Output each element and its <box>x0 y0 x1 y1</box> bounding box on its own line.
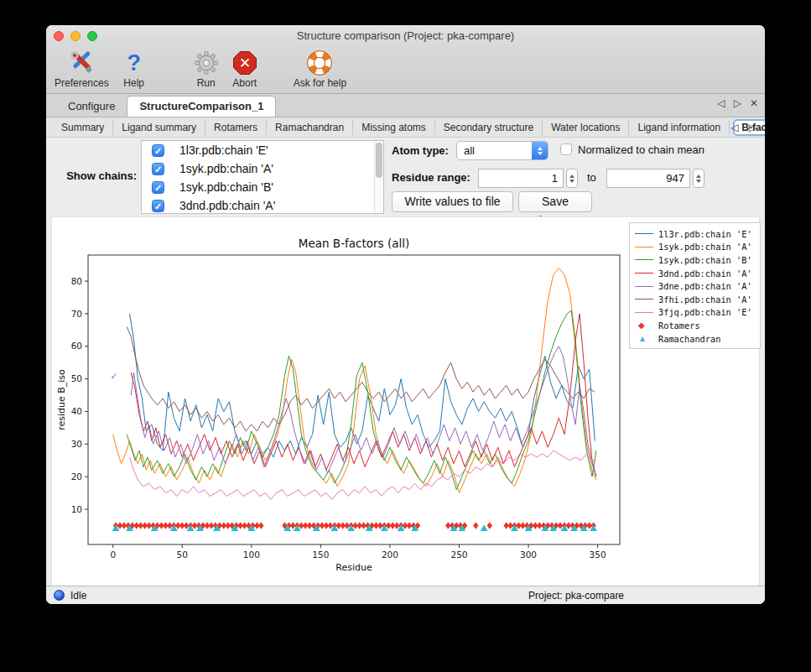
chain-list-item[interactable]: ✓1l3r.pdb:chain 'E' <box>142 141 383 159</box>
traffic-lights <box>54 31 97 41</box>
svg-text:50: 50 <box>71 373 82 383</box>
app-window: Structure comparison (Project: pka-compa… <box>46 25 765 604</box>
tab-structurecomparison_1[interactable]: StructureComparison_1 <box>127 96 276 117</box>
legend-entry: 1syk.pdb:chain 'B' <box>635 253 755 267</box>
chain-list-item[interactable]: ✓3dnd.pdb:chain 'A' <box>142 196 383 214</box>
svg-text:60: 60 <box>71 341 82 351</box>
legend-label: 3fjq.pdb:chain 'E' <box>658 307 752 317</box>
legend-line-swatch <box>635 312 653 313</box>
subtab-ligand-information[interactable]: Ligand information <box>629 120 730 135</box>
normalized-checkbox[interactable] <box>560 143 572 155</box>
legend-label: 1syk.pdb:chain 'A' <box>658 242 752 252</box>
chain-checkbox[interactable]: ✓ <box>152 200 164 212</box>
subtab-secondary-structure[interactable]: Secondary structure <box>435 120 543 135</box>
subtab-rotamers[interactable]: Rotamers <box>205 120 267 135</box>
toolbar-item-label: Ask for help <box>294 77 346 89</box>
rotamers-marker-icon: ◆ <box>638 321 645 330</box>
legend-entry: 1l3r.pdb:chain 'E' <box>635 227 755 241</box>
subtab-water-locations[interactable]: Water locations <box>543 120 629 135</box>
svg-text:0: 0 <box>110 550 116 560</box>
project-label: Project: pka-compare <box>528 590 624 602</box>
range-to-stepper[interactable] <box>693 169 704 188</box>
range-to-input[interactable]: 947 <box>606 169 690 188</box>
atom-type-select[interactable]: all <box>456 141 548 160</box>
chain-checkbox[interactable]: ✓ <box>152 144 164 157</box>
toolbar-item-label: Preferences <box>55 77 109 89</box>
scrollbar-thumb[interactable] <box>376 143 382 178</box>
subtab-ligand-summary[interactable]: Ligand summary <box>113 120 205 135</box>
legend-line-swatch <box>635 299 653 300</box>
title-bar[interactable]: Structure comparison (Project: pka-compa… <box>46 25 765 46</box>
abort-icon: ✕ <box>231 49 258 76</box>
close-window-button[interactable] <box>54 31 64 41</box>
legend-label: 1l3r.pdb:chain 'E' <box>658 229 752 239</box>
y-axis-label: residue B_iso <box>56 369 67 430</box>
chain-checkbox[interactable]: ✓ <box>152 181 164 194</box>
subtab-bar: SummaryLigand summaryRotamersRamachandra… <box>46 117 765 138</box>
svg-text:20: 20 <box>71 471 82 482</box>
subtab-missing-atoms[interactable]: Missing atoms <box>353 120 435 135</box>
legend-entry: 1syk.pdb:chain 'A' <box>635 241 755 254</box>
x-axis-label: Residue <box>335 562 372 573</box>
svg-text:10: 10 <box>71 504 82 514</box>
tab-prev-icon[interactable]: ◁ <box>717 97 725 109</box>
gear-icon <box>193 49 220 76</box>
chart-legend: 1l3r.pdb:chain 'E'1syk.pdb:chain 'A'1syk… <box>629 222 761 349</box>
write-values-button[interactable]: Write values to file <box>392 191 513 212</box>
chain-label: 1syk.pdb:chain 'B' <box>179 180 273 194</box>
chain-label: 1l3r.pdb:chain 'E' <box>179 143 268 157</box>
subtab-prev-icon[interactable]: ◁ <box>731 122 739 133</box>
legend-line-swatch <box>635 233 653 234</box>
preferences-button[interactable]: Preferences <box>55 49 109 89</box>
bfactor-plot: Mean B-factors (all)05010015020025030035… <box>55 229 626 575</box>
chain-list[interactable]: ✓1l3r.pdb:chain 'E'✓1syk.pdb:chain 'A'✓1… <box>141 140 384 214</box>
range-from-stepper[interactable] <box>566 169 578 188</box>
chain-list-scrollbar[interactable] <box>374 141 383 213</box>
status-text: Idle <box>70 590 86 602</box>
run-button[interactable]: Run <box>193 49 220 89</box>
select-stepper-icon <box>532 142 548 159</box>
normalized-label: Normalized to chain mean <box>578 143 704 156</box>
legend-line-swatch <box>635 247 653 247</box>
save-image-button[interactable]: Save image <box>518 191 592 212</box>
minimize-window-button[interactable] <box>70 31 81 41</box>
legend-entry: 3fhi.pdb:chain 'A' <box>635 293 755 306</box>
tab-next-icon[interactable]: ▷ <box>734 97 741 109</box>
chain-label: 1syk.pdb:chain 'A' <box>179 162 273 175</box>
atom-type-value: all <box>457 144 532 157</box>
legend-label: Ramachandran <box>658 334 720 344</box>
legend-line-swatch <box>635 286 653 287</box>
svg-text:350: 350 <box>590 550 606 560</box>
question-icon: ? <box>121 49 148 76</box>
status-indicator-icon <box>54 590 65 601</box>
chart-annotation: ✓ <box>110 371 117 382</box>
svg-text:250: 250 <box>450 550 467 560</box>
chain-list-item[interactable]: ✓1syk.pdb:chain 'A' <box>142 159 383 178</box>
tab-configure[interactable]: Configure <box>56 96 127 117</box>
show-chains-label: Show chains: <box>53 169 137 182</box>
legend-label: 3fhi.pdb:chain 'A' <box>658 294 752 305</box>
lifesaver-icon <box>306 49 333 76</box>
subtab-summary[interactable]: Summary <box>53 120 113 135</box>
subtab-next-icon[interactable]: ▷ <box>749 122 756 133</box>
svg-text:300: 300 <box>520 550 537 560</box>
tools-icon <box>68 49 95 76</box>
tab-close-icon[interactable]: ✕ <box>750 97 758 109</box>
svg-text:50: 50 <box>177 550 188 560</box>
svg-text:80: 80 <box>71 276 82 286</box>
range-from-input[interactable]: 1 <box>478 169 564 188</box>
toolbar-item-label: Help <box>123 77 144 89</box>
chart-title: Mean B-factors (all) <box>299 237 409 250</box>
svg-text:70: 70 <box>71 309 82 319</box>
legend-label: 1syk.pdb:chain 'B' <box>658 255 752 265</box>
chain-checkbox[interactable]: ✓ <box>152 163 164 175</box>
subtab-ramachandran[interactable]: Ramachandran <box>267 120 353 135</box>
abort-button[interactable]: ✕Abort <box>231 49 258 89</box>
legend-label: 3dnd.pdb:chain 'A' <box>658 268 752 279</box>
zoom-window-button[interactable] <box>87 31 97 41</box>
ask-for-help-button[interactable]: Ask for help <box>294 49 346 89</box>
svg-text:30: 30 <box>71 439 82 449</box>
help-button[interactable]: ?Help <box>121 49 148 89</box>
controls-panel: Show chains: ✓1l3r.pdb:chain 'E'✓1syk.pd… <box>46 138 765 216</box>
chain-list-item[interactable]: ✓1syk.pdb:chain 'B' <box>142 178 383 196</box>
